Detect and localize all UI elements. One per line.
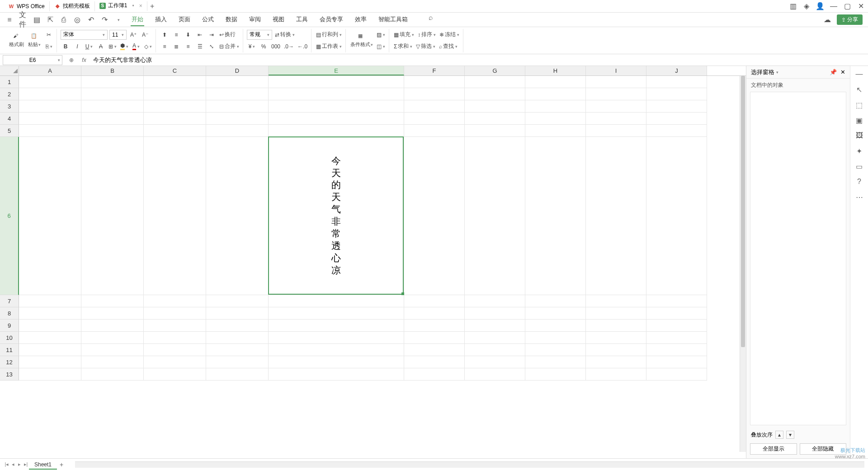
col-A[interactable]: A [19, 66, 81, 75]
align-right-button[interactable]: ≡ [183, 42, 193, 52]
cell[interactable] [646, 76, 707, 88]
cell[interactable] [586, 356, 646, 368]
cell[interactable] [81, 137, 144, 295]
cell[interactable] [646, 137, 707, 295]
cell[interactable] [206, 125, 269, 137]
cell[interactable] [465, 368, 525, 381]
export-icon[interactable]: ⇱ [46, 16, 54, 24]
cell[interactable] [144, 137, 206, 295]
cell[interactable] [81, 332, 144, 344]
indent-left-button[interactable]: ⇤ [195, 30, 205, 40]
menu-member[interactable]: 会员专享 [319, 14, 344, 26]
cell[interactable] [19, 356, 81, 368]
align-middle-button[interactable]: ≡ [171, 30, 181, 40]
cell[interactable] [586, 320, 646, 332]
help-icon[interactable]: ? [855, 177, 864, 186]
col-D[interactable]: D [206, 66, 269, 75]
orientation-button[interactable]: ⤡ [207, 42, 217, 52]
style-icon[interactable]: ⬚ [855, 100, 864, 109]
screenshot-icon[interactable]: ▣ [855, 116, 864, 125]
cell[interactable] [19, 125, 81, 137]
bold-button[interactable]: B [61, 42, 71, 52]
cell[interactable] [19, 320, 81, 332]
sheet-nav-prev[interactable]: ◂ [10, 461, 16, 467]
cell[interactable] [19, 76, 81, 88]
cell[interactable] [81, 356, 144, 368]
cell[interactable] [81, 344, 144, 356]
cell[interactable] [586, 137, 646, 295]
cell[interactable] [646, 344, 707, 356]
cell[interactable] [586, 368, 646, 381]
cell[interactable] [206, 113, 269, 125]
cell[interactable] [404, 368, 465, 381]
cell[interactable] [81, 125, 144, 137]
cell[interactable] [144, 320, 206, 332]
currency-button[interactable]: ¥▾ [247, 42, 257, 52]
number-format-select[interactable]: 常规▾ [247, 30, 272, 40]
cell[interactable] [269, 295, 404, 307]
decrease-font-button[interactable]: A⁻ [140, 30, 150, 40]
sheet-nav-first[interactable]: |◂ [4, 461, 10, 467]
close-window-button[interactable]: ✕ [857, 3, 864, 10]
cloud-icon[interactable]: ☁ [823, 16, 831, 24]
share-button[interactable]: ⇪分享 [837, 14, 863, 25]
cell[interactable] [465, 307, 525, 320]
col-G[interactable]: G [465, 66, 525, 75]
menu-ai[interactable]: 智能工具箱 [377, 14, 409, 26]
row-4[interactable]: 4 [0, 113, 19, 125]
cell[interactable] [269, 332, 404, 344]
fill-handle[interactable] [401, 292, 404, 295]
cell[interactable] [144, 356, 206, 368]
cell[interactable] [646, 88, 707, 100]
cell[interactable] [19, 307, 81, 320]
decimal-inc-button[interactable]: .0→ [283, 42, 295, 52]
cell[interactable] [465, 344, 525, 356]
zoom-fx-icon[interactable]: ⊕ [67, 57, 76, 63]
cell[interactable] [206, 368, 269, 381]
collapse-rail-icon[interactable]: — [855, 70, 864, 79]
cond-format-button[interactable]: ▦条件格式▾ [349, 30, 374, 52]
justify-button[interactable]: ☰ [195, 42, 205, 52]
row-8[interactable]: 8 [0, 307, 19, 320]
cell[interactable] [465, 356, 525, 368]
cell[interactable] [404, 332, 465, 344]
tab-wps[interactable]: WWPS Office [4, 1, 50, 11]
cell[interactable] [19, 295, 81, 307]
table-style-button[interactable]: ▨▾ [376, 30, 386, 40]
cell[interactable] [404, 100, 465, 113]
cell[interactable] [144, 344, 206, 356]
cell[interactable] [206, 320, 269, 332]
preview-icon[interactable]: ◎ [73, 16, 81, 24]
select-tool-icon[interactable]: ↖ [855, 85, 864, 94]
italic-button[interactable]: I [72, 42, 82, 52]
cell[interactable] [404, 320, 465, 332]
align-left-button[interactable]: ≡ [160, 42, 170, 52]
wrap-button[interactable]: ↩ 换行 [218, 30, 236, 40]
rows-cols-button[interactable]: ▤ 行和列▾ [315, 30, 343, 40]
font-color-button[interactable]: A▾ [131, 42, 141, 52]
menu-start[interactable]: 开始 [131, 14, 144, 26]
more-dd[interactable]: ▾ [114, 16, 123, 24]
row-5[interactable]: 5 [0, 125, 19, 137]
cell[interactable] [206, 295, 269, 307]
align-top-button[interactable]: ⬆ [160, 30, 170, 40]
cell[interactable] [206, 88, 269, 100]
menu-view[interactable]: 视图 [272, 14, 285, 26]
worksheet-button[interactable]: ▦ 工作表▾ [315, 42, 343, 52]
copy-button[interactable]: ⎘▾ [44, 42, 54, 52]
menu-tools[interactable]: 工具 [295, 14, 309, 26]
save-icon[interactable]: ▤ [33, 16, 41, 24]
user-avatar-icon[interactable]: 👤 [816, 3, 824, 10]
vertical-scrollbar[interactable] [740, 76, 746, 452]
menu-data[interactable]: 数据 [225, 14, 238, 26]
cell[interactable] [404, 113, 465, 125]
increase-font-button[interactable]: A⁺ [128, 30, 138, 40]
row-10[interactable]: 10 [0, 332, 19, 344]
cell[interactable] [465, 100, 525, 113]
cell[interactable] [586, 295, 646, 307]
sheet-nav-next[interactable]: ▸ [16, 461, 23, 467]
cell[interactable] [404, 137, 465, 295]
col-F[interactable]: F [404, 66, 465, 75]
layout-icon[interactable]: ▥ [789, 3, 797, 10]
cell[interactable] [206, 332, 269, 344]
